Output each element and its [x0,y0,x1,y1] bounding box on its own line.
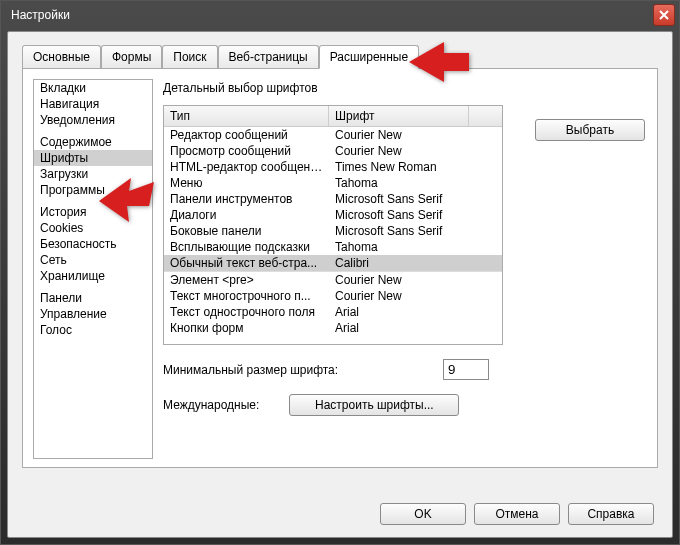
cell-font: Courier New [329,272,469,288]
cancel-button[interactable]: Отмена [474,503,560,525]
close-icon [659,10,669,20]
tab-3[interactable]: Веб-страницы [218,45,319,69]
sidebar: ВкладкиНавигацияУведомленияСодержимоеШри… [33,79,153,459]
tab-2[interactable]: Поиск [162,45,217,69]
sidebar-item[interactable]: Управление [34,306,152,322]
cell-type: Боковые панели [164,223,329,239]
window-title: Настройки [11,8,70,22]
cell-type: Кнопки форм [164,320,329,336]
cell-type: Редактор сообщений [164,127,329,143]
international-row: Международные: Настроить шрифты... [163,394,647,416]
table-row[interactable]: Текст многострочного п...Courier New [164,288,502,304]
dialog-buttons: OK Отмена Справка [380,503,654,525]
settings-window: Настройки ОсновныеФормыПоискВеб-страницы… [0,0,680,545]
sidebar-item[interactable]: Уведомления [34,112,152,128]
configure-fonts-button[interactable]: Настроить шрифты... [289,394,459,416]
cell-font: Calibri [329,255,469,271]
cell-font: Microsoft Sans Serif [329,223,469,239]
choose-button[interactable]: Выбрать [535,119,645,141]
tab-panel-advanced: ВкладкиНавигацияУведомленияСодержимоеШри… [22,68,658,468]
cell-type: Диалоги [164,207,329,223]
cell-font: Microsoft Sans Serif [329,191,469,207]
sidebar-item[interactable]: Вкладки [34,80,152,96]
cell-font: Courier New [329,143,469,159]
sidebar-item[interactable]: Безопасность [34,236,152,252]
tab-1[interactable]: Формы [101,45,162,69]
min-font-size-row: Минимальный размер шрифта: [163,359,647,380]
cell-font: Courier New [329,127,469,143]
table-row[interactable]: Всплывающие подсказкиTahoma [164,239,502,255]
table-row[interactable]: ДиалогиMicrosoft Sans Serif [164,207,502,223]
sidebar-item[interactable]: Шрифты [34,150,152,166]
cell-type: Панели инструментов [164,191,329,207]
font-table-body[interactable]: Редактор сообщенийCourier NewПросмотр со… [164,127,502,343]
min-font-size-label: Минимальный размер шрифта: [163,363,433,377]
font-table: Тип Шрифт Редактор сообщенийCourier NewП… [163,105,503,345]
sidebar-item[interactable]: Голос [34,322,152,338]
tab-4[interactable]: Расширенные [319,45,420,69]
tab-0[interactable]: Основные [22,45,101,69]
cell-type: Просмотр сообщений [164,143,329,159]
min-font-size-input[interactable] [443,359,489,380]
table-row[interactable]: Текст однострочного поляArial [164,304,502,320]
ok-button[interactable]: OK [380,503,466,525]
sidebar-item[interactable]: Содержимое [34,134,152,150]
close-button[interactable] [653,4,675,26]
international-label: Международные: [163,398,259,412]
table-row[interactable]: Обычный текст веб-стра...Calibri [164,255,502,272]
arrow-annotation-tabs [409,37,469,90]
cell-type: Элемент <pre> [164,272,329,288]
cell-font: Times New Roman [329,159,469,175]
table-row[interactable]: Боковые панелиMicrosoft Sans Serif [164,223,502,239]
cell-font: Arial [329,304,469,320]
content-area: ОсновныеФормыПоискВеб-страницыРасширенны… [7,31,673,538]
table-row[interactable]: Элемент <pre>Courier New [164,272,502,288]
sidebar-item[interactable]: Хранилище [34,268,152,284]
table-row[interactable]: HTML-редактор сообщенийTimes New Roman [164,159,502,175]
svg-marker-1 [99,178,154,222]
section-title: Детальный выбор шрифтов [163,81,647,95]
help-button[interactable]: Справка [568,503,654,525]
svg-marker-0 [409,42,469,82]
table-row[interactable]: Кнопки формArial [164,320,502,336]
sidebar-item[interactable]: Сеть [34,252,152,268]
cell-type: Всплывающие подсказки [164,239,329,255]
tab-bar: ОсновныеФормыПоискВеб-страницыРасширенны… [8,32,672,68]
cell-font: Tahoma [329,175,469,191]
arrow-annotation-sidebar [99,176,159,229]
col-header-font[interactable]: Шрифт [329,106,469,126]
cell-type: Обычный текст веб-стра... [164,255,329,271]
cell-type: Текст однострочного поля [164,304,329,320]
table-row[interactable]: Панели инструментовMicrosoft Sans Serif [164,191,502,207]
sidebar-item[interactable]: Панели [34,290,152,306]
font-table-header: Тип Шрифт [164,106,502,127]
cell-type: Меню [164,175,329,191]
cell-type: HTML-редактор сообщений [164,159,329,175]
titlebar: Настройки [1,1,679,29]
sidebar-item[interactable]: Навигация [34,96,152,112]
cell-type: Текст многострочного п... [164,288,329,304]
col-header-type[interactable]: Тип [164,106,329,126]
table-row[interactable]: МенюTahoma [164,175,502,191]
table-row[interactable]: Просмотр сообщенийCourier New [164,143,502,159]
cell-font: Microsoft Sans Serif [329,207,469,223]
cell-font: Courier New [329,288,469,304]
cell-font: Tahoma [329,239,469,255]
cell-font: Arial [329,320,469,336]
table-row[interactable]: Редактор сообщенийCourier New [164,127,502,143]
main-panel: Детальный выбор шрифтов Тип Шрифт Редакт… [163,81,647,416]
